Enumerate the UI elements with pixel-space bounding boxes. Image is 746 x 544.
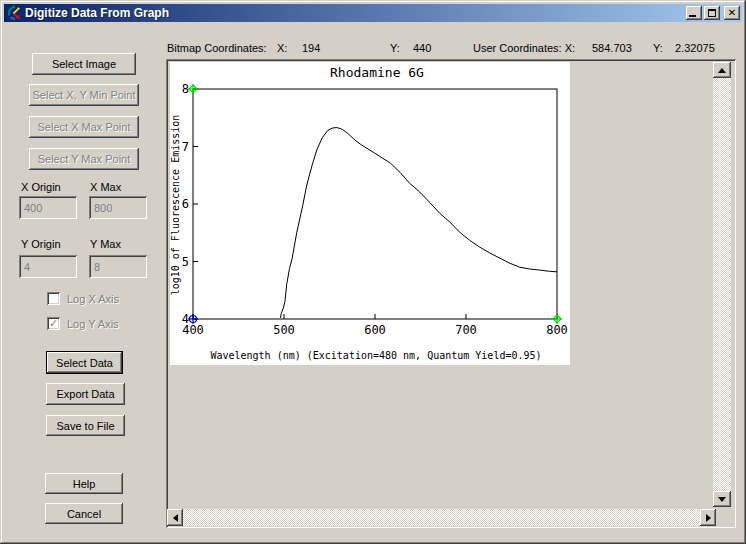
y-max-label: Y Max	[90, 238, 121, 250]
scroll-up-button[interactable]	[713, 62, 731, 78]
y-max-field: 8	[89, 255, 147, 278]
bitmap-x-label: X:	[277, 42, 287, 54]
graph-image[interactable]: Rhodamine 6G Wavelength (nm) (Excitation…	[170, 62, 570, 365]
save-to-file-button[interactable]: Save to File	[46, 415, 125, 436]
minimize-icon	[689, 15, 696, 17]
triangle-left-icon	[173, 514, 178, 522]
scroll-right-button[interactable]	[700, 509, 716, 526]
user-coordinates-label: User Coordinates: X:	[473, 42, 575, 54]
select-y-max-button: Select Y Max Point	[29, 148, 139, 170]
vertical-scrollbar[interactable]	[713, 62, 731, 507]
x-max-label: X Max	[90, 181, 121, 193]
log-y-axis-label: Log Y Axis	[67, 318, 119, 330]
log-y-check-mark: ✓	[49, 318, 58, 329]
svg-text:600: 600	[364, 323, 386, 337]
bitmap-coordinates-label: Bitmap Coordinates:	[167, 42, 267, 54]
user-y-value: 2.32075	[675, 42, 715, 54]
app-icon	[6, 5, 22, 21]
chart-title: Rhodamine 6G	[330, 65, 424, 80]
log-x-axis-label: Log X Axis	[67, 293, 119, 305]
minimize-button[interactable]	[686, 6, 702, 20]
close-icon: ✕	[728, 8, 736, 18]
maximize-icon	[708, 9, 716, 17]
svg-text:7: 7	[182, 140, 189, 154]
x-origin-field: 400	[19, 196, 77, 219]
x-max-field: 800	[89, 196, 147, 219]
select-xy-min-button: Select X, Y Min Point	[29, 84, 139, 106]
y-origin-field: 4	[19, 255, 77, 278]
digitize-data-window: Digitize Data From Graph ✕ Bitmap Coordi…	[0, 0, 746, 544]
svg-text:8: 8	[182, 82, 189, 96]
graph-panel: Rhodamine 6G Wavelength (nm) (Excitation…	[166, 59, 736, 528]
chart-xlabel: Wavelength (nm) (Excitation=480 nm, Quan…	[210, 350, 541, 361]
log-x-axis-checkbox	[47, 292, 60, 305]
triangle-up-icon	[718, 68, 726, 73]
svg-text:500: 500	[273, 323, 295, 337]
bitmap-y-label: Y:	[390, 42, 400, 54]
export-data-button[interactable]: Export Data	[46, 383, 125, 405]
cancel-button[interactable]: Cancel	[45, 503, 123, 524]
svg-text:4: 4	[182, 312, 189, 326]
svg-text:800: 800	[546, 323, 568, 337]
maximize-button[interactable]	[704, 6, 720, 20]
triangle-down-icon	[718, 497, 726, 502]
close-button[interactable]: ✕	[724, 6, 740, 20]
chart-plot-area: 40050060070080045678	[182, 82, 568, 337]
window-title: Digitize Data From Graph	[25, 6, 169, 20]
svg-text:6: 6	[182, 197, 189, 211]
svg-text:5: 5	[182, 255, 189, 269]
titlebar[interactable]: Digitize Data From Graph ✕	[4, 4, 742, 22]
help-button[interactable]: Help	[45, 473, 123, 494]
bitmap-x-value: 194	[302, 42, 320, 54]
bitmap-y-value: 440	[413, 42, 431, 54]
scroll-left-button[interactable]	[167, 509, 183, 526]
select-image-button[interactable]: Select Image	[32, 53, 136, 75]
select-data-button[interactable]: Select Data	[46, 351, 123, 374]
svg-text:700: 700	[455, 323, 477, 337]
scroll-down-button[interactable]	[713, 491, 731, 507]
horizontal-scrollbar[interactable]	[167, 509, 716, 526]
chart-ylabel: log10 of Fluorescence Emission	[170, 115, 181, 296]
x-origin-label: X Origin	[21, 181, 61, 193]
user-y-label: Y:	[653, 42, 663, 54]
log-y-axis-checkbox: ✓	[47, 317, 60, 330]
select-x-max-button: Select X Max Point	[29, 116, 139, 138]
y-origin-label: Y Origin	[21, 238, 61, 250]
triangle-right-icon	[706, 514, 711, 522]
user-x-value: 584.703	[592, 42, 632, 54]
